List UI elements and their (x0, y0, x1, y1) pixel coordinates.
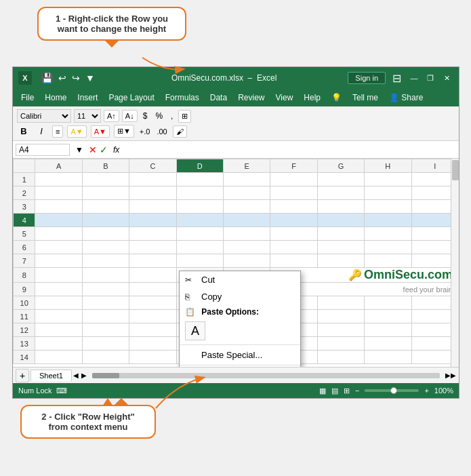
window-icon[interactable]: ⊟ (388, 71, 405, 85)
font-size-select[interactable]: 11 (74, 109, 101, 123)
row-header-11[interactable]: 11 (14, 310, 35, 323)
menu-data[interactable]: Data (205, 91, 232, 104)
row-header-14[interactable]: 14 (14, 351, 35, 364)
menu-tell-me[interactable]: Tell me (347, 91, 384, 104)
view-normal-icon[interactable]: ▦ (319, 386, 326, 395)
col-header-E[interactable]: E (223, 159, 270, 173)
formula-bar: ▼ ✕ ✓ fx (13, 141, 459, 159)
row-header-3[interactable]: 3 (14, 200, 35, 214)
col-header-B[interactable]: B (82, 159, 129, 173)
menu-help[interactable]: Help (298, 91, 326, 104)
ribbon-font-row: Calibri 11 A↑ A↓ $ % , ⊞ (17, 109, 455, 123)
menu-file[interactable]: File (16, 91, 39, 104)
font-family-select[interactable]: Calibri (17, 109, 71, 123)
zoom-slider-thumb[interactable] (390, 387, 397, 394)
table-row: 6 (14, 241, 459, 254)
more-icon[interactable]: ▼ (84, 71, 96, 85)
horizontal-scrollbar-thumb[interactable] (92, 373, 119, 378)
formula-fx-label: fx (110, 145, 122, 155)
menu-page-layout[interactable]: Page Layout (103, 91, 159, 104)
paste-default-btn[interactable]: A (185, 321, 205, 340)
align-btn[interactable]: ≡ (52, 125, 63, 138)
annotation-text-top: 1 - Right-click the Row you want to chan… (56, 14, 168, 34)
format-painter-btn[interactable]: 🖌 (173, 125, 187, 138)
formula-input[interactable] (125, 145, 456, 155)
menu-home[interactable]: Home (39, 91, 72, 104)
ctx-paste-options-label: 📋 Paste Options: (180, 305, 300, 319)
filename: OmniSecu.com.xlsx (171, 73, 243, 83)
save-icon[interactable]: 💾 (40, 71, 54, 85)
menu-insert[interactable]: Insert (72, 91, 103, 104)
menu-formulas[interactable]: Formulas (160, 91, 205, 104)
zoom-slider-fill (365, 389, 392, 392)
vertical-scrollbar[interactable] (451, 159, 459, 367)
ctx-paste-special[interactable]: Paste Special... (180, 346, 300, 363)
spreadsheet-area: A B C D E F G H I 1 (13, 159, 459, 367)
menu-lightbulb-icon: 💡 (326, 91, 347, 104)
table-row: 7 (14, 254, 459, 268)
formula-cancel-icon[interactable]: ✕ (89, 144, 97, 155)
undo-icon[interactable]: ↩ (57, 71, 68, 85)
row-header-13[interactable]: 13 (14, 337, 35, 351)
row-header-9[interactable]: 9 (14, 283, 35, 296)
ctx-copy[interactable]: ⎘ Copy (180, 288, 300, 305)
fill-color-btn[interactable]: A▼ (67, 125, 86, 138)
increase-font-btn[interactable]: A↑ (104, 110, 119, 122)
signin-button[interactable]: Sign in (348, 72, 386, 84)
cell-reference-input[interactable] (16, 144, 70, 156)
row-header-8[interactable]: 8 (14, 268, 35, 283)
menu-bar: File Home Insert Page Layout Formulas Da… (13, 89, 459, 106)
horizontal-scrollbar[interactable] (92, 373, 440, 378)
menu-review[interactable]: Review (232, 91, 270, 104)
zoom-slider-track[interactable] (365, 389, 419, 392)
col-header-A[interactable]: A (35, 159, 82, 173)
redo-icon[interactable]: ↪ (70, 71, 81, 85)
row-header-10[interactable]: 10 (14, 296, 35, 310)
copy-icon: ⎘ (185, 292, 190, 302)
menu-share[interactable]: 👤 Share (384, 91, 428, 104)
col-header-H[interactable]: H (365, 159, 411, 173)
close-button[interactable]: ✕ (440, 71, 453, 85)
row-header-7[interactable]: 7 (14, 254, 35, 268)
row-header-4[interactable]: 4 (14, 214, 35, 227)
scroll-right-end-icon[interactable]: ▶▶ (445, 372, 456, 379)
add-sheet-button[interactable]: + (16, 369, 29, 382)
view-layout-icon[interactable]: ▤ (331, 386, 338, 395)
restore-button[interactable]: ❐ (424, 71, 437, 85)
bold-button[interactable]: B (17, 126, 30, 136)
row-header-2[interactable]: 2 (14, 186, 35, 200)
ctx-cut[interactable]: ✂ Cut (180, 271, 300, 288)
minimize-button[interactable]: — (407, 71, 421, 85)
col-header-F[interactable]: F (270, 159, 317, 173)
comma-icon: , (168, 111, 176, 121)
col-header-C[interactable]: C (129, 159, 176, 173)
row-header-5[interactable]: 5 (14, 227, 35, 241)
decrease-font-btn[interactable]: A↓ (122, 110, 138, 122)
col-header-G[interactable]: G (317, 159, 364, 173)
formula-confirm-icon[interactable]: ✓ (100, 144, 108, 155)
menu-view[interactable]: View (270, 91, 299, 104)
row-header-6[interactable]: 6 (14, 241, 35, 254)
sheet-scroll-left-icon[interactable]: ◀ (73, 372, 79, 379)
italic-button[interactable]: I (35, 126, 48, 136)
view-break-icon[interactable]: ⊞ (344, 386, 350, 395)
title-bar-left: X 💾 ↩ ↪ ▼ (18, 70, 100, 86)
sheet-scroll-right-icon[interactable]: ▶ (81, 372, 87, 379)
zoom-in-icon[interactable]: + (424, 386, 428, 395)
percent-icon: % (152, 111, 165, 121)
table-row: 2 (14, 186, 459, 200)
ctx-cut-label: Cut (201, 275, 215, 285)
zoom-out-icon[interactable]: − (355, 386, 359, 395)
row-header-12[interactable]: 12 (14, 323, 35, 337)
scrollbar-thumb[interactable] (452, 160, 459, 180)
row-header-1[interactable]: 1 (14, 173, 35, 186)
merge-btn[interactable]: ⊞▼ (114, 125, 134, 138)
sheet-tab-sheet1[interactable]: Sheet1 (30, 370, 72, 381)
title-bar-controls: Sign in ⊟ — ❐ ✕ (348, 71, 453, 85)
font-color-btn[interactable]: A▼ (91, 125, 110, 138)
formula-expand-icon: ▼ (73, 145, 86, 155)
borders-btn[interactable]: ⊞ (178, 110, 191, 123)
ribbon-format-row: B I ≡ A▼ A▼ ⊞▼ +.0 .00 🖌 (17, 125, 455, 138)
col-header-D[interactable]: D (176, 159, 223, 173)
table-row: 3 (14, 200, 459, 214)
